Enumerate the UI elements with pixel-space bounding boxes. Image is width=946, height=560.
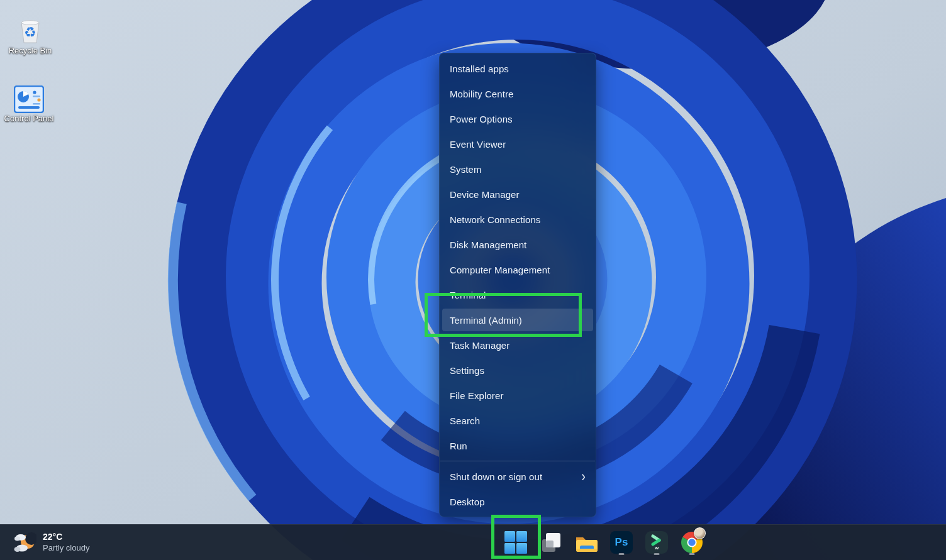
photoshop-icon: Ps — [610, 531, 633, 554]
desktop-icon-label: Control Panel — [4, 114, 54, 124]
file-explorer-icon — [574, 531, 599, 554]
menu-item-disk-management[interactable]: Disk Management — [440, 232, 596, 257]
windows-desktop: ♻ Recycle Bin Control Panel Installed ap… — [0, 0, 946, 560]
annotation-box-terminal-admin — [425, 293, 582, 337]
weather-temperature: 22°C — [43, 532, 89, 543]
weather-text: 22°C Partly cloudy — [43, 532, 89, 553]
chevron-right-icon: › — [581, 469, 586, 484]
annotation-box-start-button — [491, 515, 541, 559]
filmora-icon: w — [645, 531, 668, 554]
menu-item-power-options[interactable]: Power Options — [440, 106, 596, 131]
desktop-icon-recycle-bin[interactable]: ♻ Recycle Bin — [1, 16, 59, 56]
menu-item-label: Shut down or sign out — [450, 471, 542, 482]
running-indicator — [689, 553, 695, 555]
chrome-icon — [680, 530, 704, 554]
filmora-button[interactable]: w — [643, 529, 671, 556]
menu-item-search[interactable]: Search — [440, 408, 596, 433]
menu-item-file-explorer[interactable]: File Explorer — [440, 383, 596, 408]
menu-item-settings[interactable]: Settings — [440, 358, 596, 383]
file-explorer-button[interactable] — [572, 529, 600, 556]
menu-item-run[interactable]: Run — [440, 433, 596, 458]
weather-condition: Partly cloudy — [43, 543, 89, 553]
menu-item-computer-management[interactable]: Computer Management — [440, 257, 596, 282]
filmora-w-label: w — [655, 546, 659, 551]
control-panel-icon — [14, 85, 44, 113]
task-view-button[interactable] — [537, 529, 565, 556]
running-indicator — [654, 553, 660, 555]
recycle-bin-icon: ♻ — [16, 16, 45, 45]
chrome-button[interactable] — [678, 529, 706, 556]
menu-item-mobility-centre[interactable]: Mobility Centre — [440, 81, 596, 106]
winx-quick-link-menu: Installed apps Mobility Centre Power Opt… — [439, 53, 596, 517]
menu-item-desktop[interactable]: Desktop — [440, 489, 596, 514]
partly-cloudy-night-icon — [14, 532, 36, 553]
photoshop-button[interactable]: Ps — [608, 529, 635, 556]
weather-widget[interactable]: 22°C Partly cloudy — [9, 525, 94, 560]
menu-item-shut-down-or-sign-out[interactable]: Shut down or sign out › — [440, 464, 596, 489]
menu-item-device-manager[interactable]: Device Manager — [440, 182, 596, 207]
menu-item-network-connections[interactable]: Network Connections — [440, 207, 596, 232]
menu-item-system[interactable]: System — [440, 156, 596, 182]
task-view-icon — [539, 530, 563, 554]
taskbar: 22°C Partly cloudy — [0, 524, 946, 560]
desktop-icon-label: Recycle Bin — [9, 47, 52, 56]
desktop-icon-control-panel[interactable]: Control Panel — [0, 85, 58, 124]
menu-item-event-viewer[interactable]: Event Viewer — [440, 131, 596, 156]
running-indicator — [619, 553, 625, 555]
chrome-profile-avatar — [694, 527, 706, 539]
svg-text:♻: ♻ — [24, 25, 36, 40]
menu-item-installed-apps[interactable]: Installed apps — [440, 56, 596, 81]
menu-separator — [440, 461, 595, 461]
